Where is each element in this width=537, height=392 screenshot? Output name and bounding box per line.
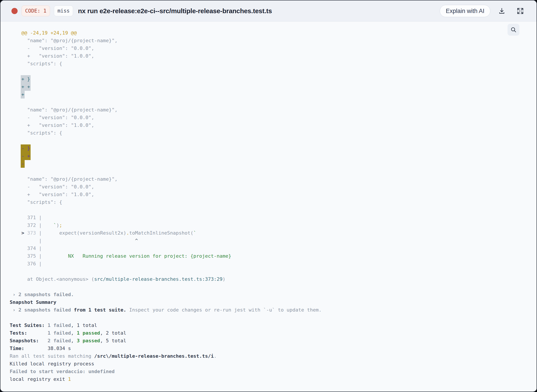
terminal-line: › 2 snapshots failed from 1 test suite. … <box>10 306 532 314</box>
header-actions: Explain with AI <box>440 5 524 17</box>
search-log-button[interactable] <box>508 24 519 36</box>
terminal-output: @@ -24,19 +24,19 @@ "name": "@proj/{proj… <box>0 22 537 387</box>
terminal-line <box>10 314 532 322</box>
terminal-line: Tests: 1 failed, 1 passed, 2 total <box>10 329 532 337</box>
terminal-line: Snapshots: 2 failed, 3 passed, 5 total <box>10 337 532 345</box>
terminal-line: Ran all test suites matching /src\/multi… <box>10 352 532 360</box>
terminal-line: + "version": "1.0.0", <box>10 121 532 129</box>
terminal-line: + "version": "1.0.0", <box>10 52 532 60</box>
terminal-line: local registry exit 1 <box>10 375 532 383</box>
fullscreen-button[interactable] <box>517 8 524 14</box>
download-icon <box>498 8 505 14</box>
terminal-line: + <box>10 91 532 98</box>
terminal-line: - "version": "0.0.0", <box>10 183 532 191</box>
terminal-line <box>10 137 532 145</box>
terminal-line: 372 | `); <box>10 221 532 229</box>
explain-with-ai-button[interactable]: Explain with AI <box>440 5 490 17</box>
search-icon <box>510 27 517 33</box>
terminal-line: "scripts": { <box>10 129 532 137</box>
failed-status-dot <box>11 8 18 14</box>
terminal-line: - + <box>10 152 532 160</box>
terminal-line: Failed to start verdaccio: undefined <box>10 368 532 375</box>
terminal-line: @@ -24,19 +24,19 @@ <box>10 29 532 37</box>
expand-icon <box>517 8 524 14</box>
terminal-line <box>10 67 532 75</box>
terminal-line: Time: 38.034 s <box>10 345 532 352</box>
terminal-line: 374 | <box>10 244 532 252</box>
task-output-window: CODE: 1 miss nx run e2e-release:e2e-ci--… <box>0 0 537 392</box>
terminal-line: + } <box>10 75 532 83</box>
terminal-line: > 373 | expect(versionResult2x).toMatchI… <box>10 229 532 237</box>
terminal-line: "scripts": { <box>10 60 532 67</box>
terminal-line: 371 | <box>10 214 532 221</box>
terminal-line: + + <box>10 83 532 91</box>
task-title: nx run e2e-release:e2e-ci--src/multiple-… <box>78 7 440 15</box>
exit-code-badge: CODE: 1 <box>22 5 50 16</box>
terminal-line: | ^ <box>10 237 532 244</box>
terminal-line: at Object.<anonymous> (src/multiple-rele… <box>10 275 532 283</box>
terminal-line: - "version": "0.0.0", <box>10 114 532 121</box>
terminal-line: "name": "@proj/{project-name}", <box>10 106 532 114</box>
terminal-line: › 2 snapshots failed. <box>10 291 532 298</box>
cache-miss-badge: miss <box>54 5 73 16</box>
terminal-line: "name": "@proj/{project-name}", <box>10 175 532 183</box>
terminal-line: - } <box>10 145 532 152</box>
terminal-line <box>10 206 532 214</box>
terminal-line <box>10 268 532 275</box>
terminal-line <box>10 168 532 175</box>
task-header: CODE: 1 miss nx run e2e-release:e2e-ci--… <box>0 0 537 22</box>
log-content-area: @@ -24,19 +24,19 @@ "name": "@proj/{proj… <box>0 22 537 391</box>
terminal-line: - "version": "0.0.0", <box>10 44 532 52</box>
terminal-line: 376 | <box>10 260 532 268</box>
terminal-line: Test Suites: 1 failed, 1 total <box>10 322 532 329</box>
terminal-line: Killed local registry process <box>10 360 532 368</box>
terminal-line: "scripts": { <box>10 198 532 206</box>
terminal-line: - <box>10 160 532 168</box>
terminal-line: "name": "@proj/{project-name}", <box>10 37 532 44</box>
terminal-line <box>10 98 532 106</box>
terminal-line: 375 | NX Running release version for pro… <box>10 252 532 260</box>
download-log-button[interactable] <box>498 8 505 14</box>
terminal-line: Snapshot Summary <box>10 298 532 306</box>
terminal-line: + "version": "1.0.0", <box>10 191 532 198</box>
terminal-line <box>10 283 532 291</box>
